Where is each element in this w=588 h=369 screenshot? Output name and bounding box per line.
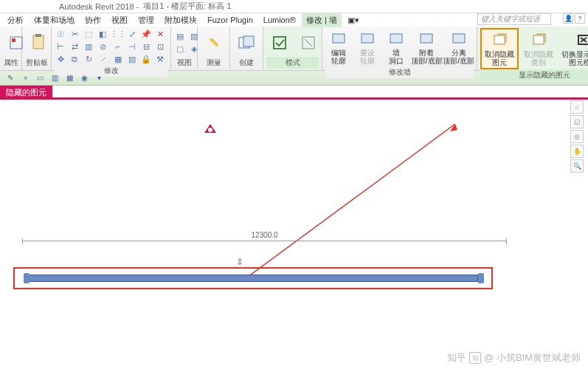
ribbon: 属性 剪贴板 �⃞✂⬚◧ ⊢⇄▥⊘ ✥⧉↻⟋ ⋮⋮⤢📌✕ ⌐⊣⊟⊡ ▦▨🔒⚒ 修… <box>0 27 588 71</box>
dimension-line[interactable]: 12300.0 <box>22 241 507 255</box>
scale-icon[interactable]: ⤢ <box>126 28 138 40</box>
svg-point-20 <box>208 128 212 132</box>
hidden-btn-2[interactable]: 切换显示隐藏图元模式 <box>558 30 588 68</box>
tile-icon[interactable]: ▤ <box>174 30 186 42</box>
close-icon[interactable]: ▢ <box>174 43 186 55</box>
menu-manage[interactable]: 管理 <box>134 13 159 27</box>
annotation-arrow <box>245 124 459 286</box>
search-input[interactable]: 键入关键字或短语 <box>477 13 551 25</box>
join-icon[interactable]: ⬚ <box>83 28 94 40</box>
hidden-btn-0[interactable]: 取消隐藏图元 <box>480 28 519 69</box>
qat-dropdown[interactable]: ▾ <box>93 72 105 84</box>
menu-view[interactable]: 视图 <box>107 13 132 27</box>
wall-element[interactable] <box>28 275 478 282</box>
hidden-btn-1[interactable]: 取消隐藏类别 <box>521 30 556 68</box>
svg-rect-10 <box>362 34 373 43</box>
split-icon[interactable]: ⊘ <box>97 41 108 52</box>
offset-icon[interactable]: ⇄ <box>69 41 80 52</box>
extend-icon[interactable]: ⊣ <box>126 41 138 52</box>
wall-btn-3[interactable]: 附着顶部/底部 <box>412 28 442 66</box>
svg-rect-14 <box>494 35 505 44</box>
drawing-canvas[interactable]: 隐藏的图元 12300.0 ⇕ ⌂ ◱ ◎ ✋ 🔍 知乎 知 @ 小筑BIM黄世… <box>0 86 588 369</box>
panel-label-create: 创建 <box>233 57 260 69</box>
help-icon[interactable]: ? <box>575 13 585 24</box>
svg-marker-22 <box>450 124 457 131</box>
reset-profile-button[interactable] <box>295 32 322 53</box>
nav-home-icon[interactable]: ⌂ <box>570 100 584 114</box>
panel-label-mode: 模式 <box>266 57 319 69</box>
svg-line-8 <box>305 39 312 46</box>
menu-fuzor[interactable]: Fuzor Plugin <box>203 14 257 26</box>
login-icon[interactable]: 👤 <box>563 13 573 24</box>
align-icon[interactable]: ⊢ <box>55 41 66 52</box>
demolish-icon[interactable]: ⚒ <box>154 53 166 65</box>
qat-activate[interactable]: ◉ <box>78 72 90 84</box>
svg-rect-6 <box>274 37 286 49</box>
copy-icon[interactable]: ⧉ <box>69 53 80 65</box>
svg-rect-9 <box>333 34 345 43</box>
svg-rect-2 <box>33 35 44 49</box>
modify-tools-grid: �⃞✂⬚◧ ⊢⇄▥⊘ ✥⧉↻⟋ <box>55 28 110 65</box>
document-title: 项目1 - 楼层平面: 标高 1 <box>143 1 231 12</box>
nav-pan-icon[interactable]: ✋ <box>570 145 584 158</box>
corner-icon[interactable]: ⌐ <box>112 41 124 52</box>
svg-rect-13 <box>453 34 465 43</box>
wall-endpoint-right[interactable] <box>478 273 484 283</box>
menu-collaborate[interactable]: 协作 <box>80 13 106 27</box>
panel-label-clipboard: 剪贴板 <box>25 57 48 69</box>
rotate-icon[interactable]: ↻ <box>83 53 94 65</box>
qat-modify[interactable]: ✎ <box>4 72 16 84</box>
panel-label-view: 视图 <box>174 57 194 69</box>
view-border <box>0 97 588 100</box>
wall-endpoint-left[interactable] <box>24 273 30 283</box>
delete-icon[interactable]: ✕ <box>154 28 166 40</box>
trim-icon[interactable]: ⟋ <box>97 53 108 65</box>
pin-icon[interactable]: 📌 <box>140 28 152 40</box>
array-icon[interactable]: ⋮⋮ <box>112 28 124 40</box>
wall-btn-2[interactable]: 墙洞口 <box>383 28 409 66</box>
qat-sel1[interactable]: ▭ <box>34 72 46 84</box>
svg-rect-3 <box>35 34 41 37</box>
menu-modify-wall[interactable]: 修改 | 墙 <box>302 13 342 27</box>
wall-btn-0[interactable]: 编辑轮廓 <box>325 28 352 66</box>
create-button[interactable] <box>233 32 260 53</box>
gap-icon[interactable]: ⊡ <box>154 41 166 52</box>
nav-wheel-icon[interactable]: ◎ <box>570 130 584 143</box>
menu-addins[interactable]: 附加模块 <box>160 13 201 27</box>
svg-rect-11 <box>390 34 402 43</box>
qat-sel2[interactable]: ▥ <box>49 72 60 84</box>
ungroup-icon[interactable]: ▨ <box>126 53 138 65</box>
flip-control-icon[interactable]: ⇕ <box>236 257 243 267</box>
wall-btn-1[interactable]: 重设轮廓 <box>354 28 381 66</box>
app-title: Autodesk Revit 2018 - <box>59 2 139 11</box>
section-marker-icon[interactable] <box>203 123 218 136</box>
panel-label-properties: 属性 <box>3 57 18 69</box>
paint-icon[interactable]: ◧ <box>97 28 108 40</box>
svg-rect-5 <box>243 36 254 46</box>
menu-lumion[interactable]: Lumion® <box>259 14 300 26</box>
qat-sel3[interactable]: ▦ <box>63 72 75 84</box>
move-icon[interactable]: ✥ <box>55 53 66 65</box>
panel-label-modifywall: 修改墙 <box>325 66 474 78</box>
wall-btn-4[interactable]: 分离顶部/底部 <box>444 28 474 66</box>
svg-rect-15 <box>533 35 544 44</box>
paste-button[interactable] <box>25 32 52 53</box>
menu-overflow[interactable]: ▣▾ <box>343 14 364 27</box>
dimension-value[interactable]: 12300.0 <box>248 231 280 239</box>
measure-button[interactable]: 📏 <box>201 32 227 53</box>
menu-analysis[interactable]: 分析 <box>3 13 28 27</box>
cope-icon[interactable]: �⃞ <box>55 28 66 40</box>
qat-filter[interactable]: ▿ <box>19 72 31 84</box>
nav-cube-icon[interactable]: ◱ <box>570 115 584 128</box>
lock-icon[interactable]: 🔒 <box>140 53 152 65</box>
nav-zoom-icon[interactable]: 🔍 <box>570 159 584 173</box>
mirror-icon[interactable]: ▥ <box>83 41 94 52</box>
svg-line-21 <box>245 124 455 279</box>
split2-icon[interactable]: ⊟ <box>140 41 152 52</box>
group-icon[interactable]: ▦ <box>112 53 124 65</box>
menu-massing[interactable]: 体量和场地 <box>30 13 79 27</box>
panel-label-measure: 测量 <box>201 57 226 69</box>
cut-icon[interactable]: ✂ <box>69 28 80 40</box>
panel-label-hidden: 显示隐藏的图元 <box>480 69 588 81</box>
edit-profile-button[interactable] <box>266 32 293 53</box>
